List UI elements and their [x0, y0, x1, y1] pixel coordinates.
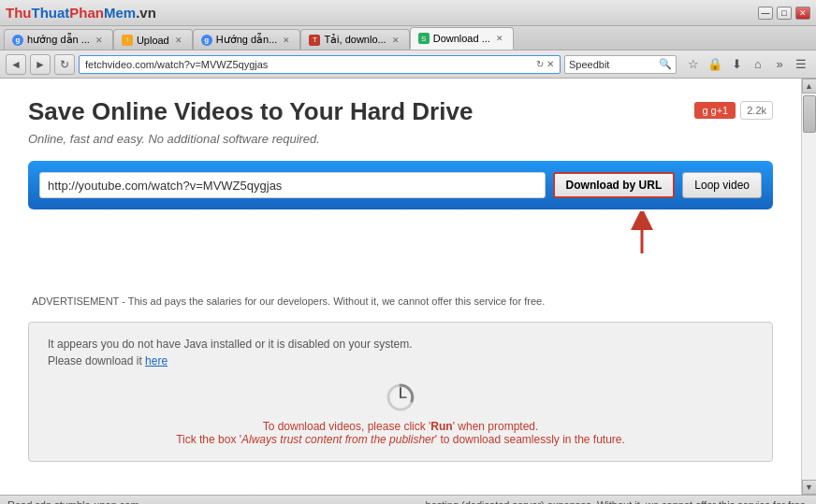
advertisement-text: ADVERTISEMENT - This ad pays the salarie… [28, 295, 773, 307]
browser-content: g g+1 2.2k Save Online Videos to Your Ha… [0, 79, 816, 495]
java-here-link[interactable]: here [145, 354, 168, 367]
loading-spinner [48, 382, 753, 412]
tab-5[interactable]: S Download ... ✕ [410, 27, 514, 50]
tab-2[interactable]: ↑ Upload ✕ [113, 29, 193, 50]
tab-1[interactable]: g hướng dẫn ... ✕ [4, 29, 113, 50]
tab-label-4: Tải, downlo... [324, 34, 386, 46]
tick-text2: ' to download seamlessly in the future. [435, 433, 625, 446]
minimize-button[interactable]: — [758, 7, 773, 20]
java-line1: It appears you do not have Java installe… [48, 338, 753, 351]
titlebar: ThuThuatPhanMem.vn — □ ✕ [0, 0, 816, 26]
scrollbar: ▲ ▼ [801, 79, 816, 495]
gplus-count: 2.2k [740, 101, 773, 120]
back-button[interactable]: ◄ [6, 54, 26, 75]
tab-4[interactable]: T Tải, downlo... ✕ [300, 29, 409, 50]
scroll-thumb[interactable] [803, 95, 816, 133]
tick-text1: Tick the box ' [176, 433, 241, 446]
window-controls: — □ ✕ [758, 7, 810, 20]
page-title: Save Online Videos to Your Hard Drive [28, 97, 773, 126]
run-bold: Run [430, 420, 452, 433]
logo-thuat: Thuat [32, 5, 70, 21]
gplus-icon: g [702, 105, 707, 116]
logo-mem: Mem [104, 5, 136, 21]
logo-phan: Phan [69, 5, 104, 21]
forward-button[interactable]: ► [30, 54, 51, 75]
statusbar: Read cdn.stumble-upon.com hosting (dedic… [0, 495, 816, 504]
search-icon[interactable]: 🔍 [659, 58, 672, 70]
address-icons: ↻ ✕ [536, 59, 554, 69]
run-instructions: To download videos, please click 'Run' w… [48, 420, 753, 446]
gplus-label: g+1 [711, 105, 729, 116]
arrow-annotation [28, 221, 773, 267]
scroll-down-button[interactable]: ▼ [802, 480, 817, 495]
tab-label-2: Upload [137, 35, 169, 46]
scroll-up-button[interactable]: ▲ [802, 79, 817, 94]
lock-icon[interactable]: 🔒 [706, 55, 724, 74]
tabbar: g hướng dẫn ... ✕ ↑ Upload ✕ g Hướng dẫn… [0, 26, 816, 50]
gplus-section: g g+1 2.2k [694, 101, 773, 120]
tab-label-3: Hướng dẫn... [216, 34, 278, 46]
tab-favicon-2: ↑ [122, 35, 133, 46]
status-right: hosting (dedicated server) expenses. Wit… [426, 499, 809, 505]
search-field[interactable]: Speedbit 🔍 [564, 55, 677, 74]
gplus-button[interactable]: g g+1 [694, 102, 736, 119]
logo-vn: .vn [136, 5, 156, 21]
refresh-button[interactable]: ↻ [54, 54, 75, 75]
tab-label-1: hướng dẫn ... [27, 34, 90, 46]
address-text: fetchvideo.com/watch?v=MVWZ5qygjas [85, 59, 532, 70]
more-icon[interactable]: » [770, 55, 789, 74]
address-field[interactable]: fetchvideo.com/watch?v=MVWZ5qygjas ↻ ✕ [79, 55, 561, 74]
address-refresh-icon[interactable]: ↻ [536, 59, 544, 69]
download-icon[interactable]: ⬇ [727, 55, 746, 74]
spinner [386, 382, 415, 412]
tab-label-5: Download ... [433, 33, 490, 44]
url-input[interactable] [39, 172, 546, 198]
tab-close-5[interactable]: ✕ [494, 33, 505, 44]
tab-favicon-5: S [418, 33, 430, 44]
tab-close-4[interactable]: ✕ [390, 35, 401, 46]
tick-italic: Always trust content from the publisher [241, 433, 435, 446]
search-text: Speedbit [569, 59, 656, 70]
home-icon[interactable]: ⌂ [749, 55, 767, 74]
java-line2: Please download it here [48, 354, 753, 367]
star-icon[interactable]: ☆ [684, 55, 703, 74]
java-line2-text: Please download it [48, 354, 145, 367]
spinner-svg [386, 382, 415, 412]
run-line2: Tick the box 'Always trust content from … [48, 433, 753, 446]
loop-video-button[interactable]: Loop video [682, 172, 762, 198]
page-subtitle: Online, fast and easy. No additional sof… [28, 132, 773, 146]
download-by-url-button[interactable]: Download by URL [553, 172, 676, 198]
tab-3[interactable]: g Hướng dẫn... ✕ [193, 29, 301, 50]
maximize-button[interactable]: □ [777, 7, 792, 20]
red-arrow-icon [614, 211, 670, 258]
run-line1: To download videos, please click 'Run' w… [48, 420, 753, 433]
address-close-icon[interactable]: ✕ [546, 59, 554, 69]
tab-favicon-3: g [201, 35, 212, 46]
tab-close-2[interactable]: ✕ [173, 35, 184, 46]
addressbar: ◄ ► ↻ fetchvideo.com/watch?v=MVWZ5qygjas… [0, 50, 816, 79]
close-button[interactable]: ✕ [795, 7, 810, 20]
status-left: Read cdn.stumble-upon.com [7, 499, 426, 505]
tab-close-1[interactable]: ✕ [94, 35, 105, 46]
java-warning-box: It appears you do not have Java installe… [28, 322, 773, 462]
tab-favicon-1: g [12, 35, 23, 46]
page-area: g g+1 2.2k Save Online Videos to Your Ha… [0, 79, 801, 495]
url-section: Download by URL Loop video [28, 161, 773, 209]
run-text2: ' when prompted. [453, 420, 539, 433]
menu-icon[interactable]: ☰ [792, 55, 810, 74]
tab-close-3[interactable]: ✕ [281, 35, 292, 46]
run-text1: To download videos, please click ' [263, 420, 431, 433]
logo-thu: Thu [6, 5, 32, 21]
browser-logo: ThuThuatPhanMem.vn [6, 5, 156, 21]
toolbar-icons: ☆ 🔒 ⬇ ⌂ » ☰ [684, 55, 810, 74]
tab-favicon-4: T [309, 35, 320, 46]
